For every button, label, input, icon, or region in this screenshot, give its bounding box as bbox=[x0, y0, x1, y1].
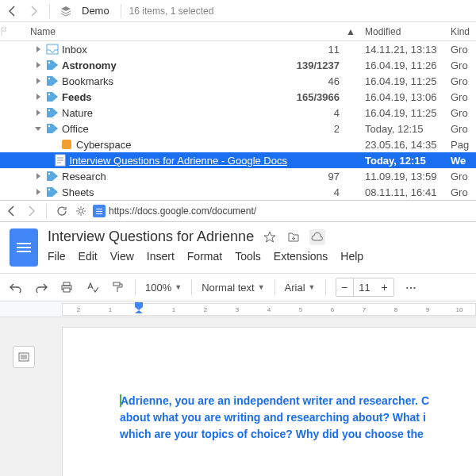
ruler[interactable]: 2112345678910 bbox=[62, 303, 476, 316]
name-column-header[interactable]: Name bbox=[29, 26, 287, 37]
divider bbox=[46, 204, 47, 218]
reload-button[interactable] bbox=[55, 204, 69, 218]
gdocs-favicon-icon bbox=[93, 205, 106, 217]
menu-item-help[interactable]: Help bbox=[340, 250, 363, 263]
disclosure-triangle[interactable] bbox=[33, 173, 43, 179]
fontsize-decrease-button[interactable]: − bbox=[336, 278, 354, 296]
disclosure-triangle[interactable] bbox=[33, 94, 43, 100]
modified-column-header[interactable]: Modified bbox=[360, 26, 447, 37]
zoom-select[interactable]: 100% ▼ bbox=[145, 282, 182, 294]
list-row[interactable]: Office2Today, 12:15Gro bbox=[0, 121, 476, 136]
count-cell: 11 bbox=[287, 44, 346, 56]
ruler-tick: 4 bbox=[253, 306, 285, 313]
menu-item-extensions[interactable]: Extensions bbox=[274, 250, 328, 263]
font-select[interactable]: Arial ▼ bbox=[285, 282, 316, 294]
count-cell: 4 bbox=[287, 186, 346, 198]
cloud-status-icon[interactable] bbox=[309, 229, 325, 245]
move-icon[interactable] bbox=[286, 229, 301, 245]
settings-icon[interactable] bbox=[74, 204, 88, 218]
name-cell: Interview Questions for Adrienne - Googl… bbox=[29, 154, 287, 167]
paragraph-style-select[interactable]: Normal text ▼ bbox=[202, 282, 264, 294]
svg-point-10 bbox=[79, 209, 83, 213]
stack-icon[interactable] bbox=[58, 3, 74, 19]
forward-button[interactable] bbox=[25, 3, 41, 19]
tag-icon bbox=[46, 122, 59, 135]
browser-back-button[interactable] bbox=[5, 204, 19, 218]
tag-icon bbox=[46, 90, 59, 103]
star-icon[interactable] bbox=[262, 229, 278, 245]
document-page[interactable]: Adrienne, you are an independent writer … bbox=[62, 327, 476, 476]
url-text: https://docs.google.com/document/ bbox=[109, 205, 256, 217]
menu-item-insert[interactable]: Insert bbox=[147, 250, 175, 263]
list-row[interactable]: Bookmarks4616.04.19, 11:25Gro bbox=[0, 73, 476, 89]
docs-logo-icon[interactable] bbox=[10, 228, 38, 267]
svg-point-5 bbox=[48, 125, 50, 127]
indent-marker-icon[interactable] bbox=[135, 302, 143, 313]
redo-button[interactable] bbox=[33, 279, 49, 295]
disclosure-triangle[interactable] bbox=[33, 78, 43, 84]
item-name: Astronomy bbox=[62, 60, 117, 71]
item-name: Sheets bbox=[62, 186, 94, 198]
fontsize-increase-button[interactable]: + bbox=[376, 278, 393, 296]
ruler-tick: 8 bbox=[380, 306, 412, 313]
list-row[interactable]: Cyberspace23.05.16, 14:35Pag bbox=[0, 136, 476, 152]
ruler-tick: 1 bbox=[94, 306, 126, 313]
disclosure-triangle[interactable] bbox=[33, 62, 43, 68]
ruler-tick: 7 bbox=[348, 306, 380, 313]
name-cell: Research bbox=[29, 170, 287, 182]
document-body[interactable]: Adrienne, you are an independent writer … bbox=[120, 393, 476, 443]
kind-column-header[interactable]: Kind bbox=[447, 26, 476, 37]
list-header: Name ▲ Modified Kind bbox=[0, 22, 476, 41]
ruler-tick: 1 bbox=[158, 306, 190, 313]
breadcrumb[interactable]: Demo bbox=[79, 5, 113, 17]
url-bar[interactable]: https://docs.google.com/document/ bbox=[93, 205, 471, 217]
menu-bar: FileEditViewInsertFormatToolsExtensionsH… bbox=[48, 250, 466, 263]
paint-format-button[interactable] bbox=[109, 279, 125, 295]
disclosure-triangle[interactable] bbox=[33, 189, 43, 195]
list-row[interactable]: Sheets408.11.11, 16:41Gro bbox=[0, 184, 476, 200]
undo-button[interactable] bbox=[8, 279, 24, 295]
count-cell: 4 bbox=[287, 107, 346, 119]
ruler-tick: 3 bbox=[221, 306, 253, 313]
menu-item-edit[interactable]: Edit bbox=[79, 250, 98, 263]
print-button[interactable] bbox=[59, 279, 75, 295]
list-row[interactable]: Research9711.09.19, 13:59Gro bbox=[0, 168, 476, 184]
tag-icon bbox=[46, 106, 59, 119]
list-row[interactable]: Inbox1114.11.21, 13:13Gro bbox=[0, 41, 476, 57]
back-button[interactable] bbox=[5, 3, 21, 19]
menu-item-tools[interactable]: Tools bbox=[235, 250, 261, 263]
more-button[interactable]: ··· bbox=[404, 279, 420, 295]
list-row[interactable]: Interview Questions for Adrienne - Googl… bbox=[0, 152, 476, 168]
list-row[interactable]: Nature416.04.19, 11:25Gro bbox=[0, 105, 476, 121]
list-row[interactable]: Astronomy139/123716.04.19, 11:26Gro bbox=[0, 57, 476, 73]
name-cell: Sheets bbox=[29, 186, 287, 198]
disclosure-triangle[interactable] bbox=[33, 46, 43, 52]
modified-cell: 16.04.19, 11:25 bbox=[360, 107, 447, 119]
modified-cell: 16.04.19, 11:26 bbox=[360, 60, 447, 71]
ruler-tick: 2 bbox=[63, 306, 94, 313]
disclosure-triangle[interactable] bbox=[33, 109, 43, 116]
menu-item-file[interactable]: File bbox=[48, 250, 66, 263]
svg-point-1 bbox=[48, 62, 50, 63]
tag-icon bbox=[46, 59, 59, 71]
name-cell: Inbox bbox=[29, 43, 287, 56]
ruler-tick: 6 bbox=[317, 306, 348, 313]
outline-button[interactable] bbox=[13, 346, 35, 368]
spellcheck-button[interactable] bbox=[84, 279, 100, 295]
fontsize-value[interactable]: 11 bbox=[354, 282, 376, 294]
count-cell: 139/1237 bbox=[287, 60, 346, 71]
flag-column-header[interactable] bbox=[0, 27, 29, 36]
browser-forward-button[interactable] bbox=[24, 204, 38, 218]
list-row[interactable]: Feeds165/396616.04.19, 13:06Gro bbox=[0, 89, 476, 105]
ruler-tick: 2 bbox=[190, 306, 221, 313]
disclosure-triangle[interactable] bbox=[33, 125, 43, 132]
count-cell: 97 bbox=[287, 171, 346, 182]
modified-cell: 23.05.16, 14:35 bbox=[360, 139, 447, 151]
docs-title-area: Interview Questions for Adrienne FileEdi… bbox=[48, 228, 466, 267]
menu-item-format[interactable]: Format bbox=[187, 250, 222, 263]
name-cell: Office bbox=[29, 122, 287, 135]
menu-item-view[interactable]: View bbox=[110, 250, 134, 263]
item-name: Inbox bbox=[62, 44, 87, 56]
kind-cell: We bbox=[447, 155, 476, 167]
document-title[interactable]: Interview Questions for Adrienne bbox=[48, 228, 254, 245]
